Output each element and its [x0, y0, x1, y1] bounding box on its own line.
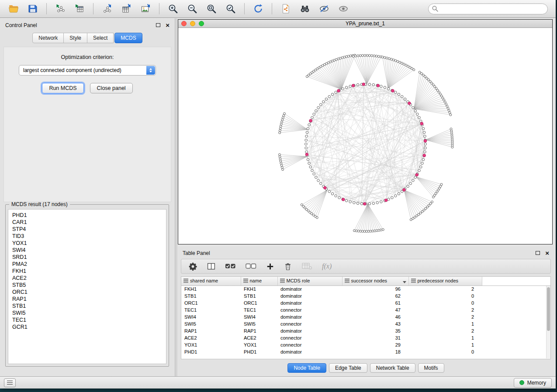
export-document-button[interactable] — [277, 1, 295, 16]
network-node[interactable] — [308, 162, 311, 165]
network-node[interactable] — [442, 97, 444, 99]
network-node[interactable] — [306, 131, 308, 134]
network-node[interactable] — [409, 182, 412, 185]
network-node[interactable] — [363, 230, 366, 232]
network-hub-node[interactable] — [423, 154, 426, 157]
mcds-result-item[interactable]: GCR1 — [8, 323, 166, 330]
mcds-result-item[interactable]: RAP1 — [8, 296, 166, 303]
network-node[interactable] — [381, 56, 384, 58]
network-node[interactable] — [394, 91, 397, 94]
mcds-result-item[interactable]: SRD1 — [8, 254, 166, 261]
table-row[interactable]: ACE2ACE2connector311 — [181, 334, 550, 341]
network-node[interactable] — [424, 135, 426, 138]
network-node[interactable] — [372, 202, 375, 205]
network-node[interactable] — [280, 121, 283, 123]
network-hub-node[interactable] — [377, 84, 380, 87]
network-node[interactable] — [377, 55, 380, 58]
network-node[interactable] — [359, 55, 361, 57]
network-node[interactable] — [418, 117, 421, 119]
network-node[interactable] — [341, 57, 343, 59]
network-node[interactable] — [328, 190, 331, 193]
network-canvas[interactable] — [178, 28, 552, 244]
network-node[interactable] — [352, 55, 354, 57]
zoom-selected-button[interactable] — [221, 1, 240, 16]
toggle-graphics-details-button[interactable] — [315, 1, 333, 16]
network-node[interactable] — [282, 168, 284, 171]
unselect-all-columns-button[interactable] — [246, 262, 257, 271]
network-node[interactable] — [315, 176, 318, 179]
network-hub-node[interactable] — [420, 122, 423, 125]
network-node[interactable] — [316, 217, 318, 219]
zoom-out-button[interactable] — [183, 1, 201, 16]
network-node[interactable] — [414, 176, 417, 179]
mcds-result-item[interactable]: STP4 — [8, 226, 166, 233]
column-header-shared-name[interactable]: shared name — [181, 277, 241, 285]
network-node[interactable] — [444, 101, 446, 103]
delete-columns-button[interactable] — [284, 262, 292, 271]
mcds-result-item[interactable]: PHD1 — [8, 212, 166, 219]
network-node[interactable] — [401, 62, 403, 64]
network-node[interactable] — [431, 201, 433, 203]
tab-node-table[interactable]: Node Table — [287, 363, 326, 373]
network-node[interactable] — [355, 55, 357, 57]
network-node[interactable] — [349, 85, 352, 88]
float-table-panel-icon[interactable] — [536, 251, 540, 255]
network-node[interactable] — [380, 201, 383, 203]
network-node[interactable] — [278, 154, 280, 156]
network-node[interactable] — [355, 230, 357, 232]
close-panel-button[interactable]: Close panel — [90, 83, 133, 93]
network-node[interactable] — [279, 127, 281, 130]
mcds-result-item[interactable]: ORC1 — [8, 289, 166, 296]
network-node[interactable] — [305, 147, 308, 149]
mcds-result-item[interactable]: FKH1 — [8, 268, 166, 275]
network-node[interactable] — [345, 199, 348, 202]
network-node[interactable] — [305, 143, 308, 145]
table-row[interactable]: SWI5SWI5connector431 — [181, 320, 550, 327]
close-panel-icon[interactable]: × — [166, 22, 170, 28]
network-node[interactable] — [353, 202, 356, 204]
network-node[interactable] — [384, 86, 386, 89]
network-node[interactable] — [319, 182, 322, 185]
network-hub-node[interactable] — [403, 189, 406, 192]
network-node[interactable] — [281, 166, 283, 168]
network-node[interactable] — [284, 113, 286, 115]
network-node[interactable] — [374, 230, 376, 232]
network-node[interactable] — [372, 230, 374, 232]
network-node[interactable] — [305, 139, 308, 141]
table-row[interactable]: PHD1PHD1dominator180 — [181, 348, 550, 355]
mcds-result-item[interactable]: TID3 — [8, 233, 166, 240]
create-column-button[interactable] — [266, 262, 274, 271]
network-node[interactable] — [386, 57, 388, 59]
network-node[interactable] — [422, 158, 425, 161]
save-session-button[interactable] — [24, 1, 42, 16]
network-node[interactable] — [353, 230, 355, 232]
network-node[interactable] — [360, 203, 363, 205]
network-node[interactable] — [279, 156, 281, 158]
network-node[interactable] — [356, 202, 359, 205]
memory-button[interactable]: Memory — [514, 378, 552, 388]
network-node[interactable] — [445, 103, 447, 105]
network-node[interactable] — [424, 151, 426, 153]
table-scrollbar-thumb[interactable] — [547, 287, 550, 331]
network-node[interactable] — [397, 60, 399, 62]
network-node[interactable] — [364, 55, 366, 57]
tab-network-table[interactable]: Network Table — [370, 363, 415, 373]
table-row[interactable]: ORC1ORC1dominator610 — [181, 299, 550, 306]
network-node[interactable] — [366, 55, 368, 57]
mcds-result-list[interactable]: PHD1CAR1STP4TID3YOX1SWI4SRD1PMA2FKH1ACE2… — [8, 209, 166, 364]
network-node[interactable] — [388, 58, 390, 60]
window-maximize-icon[interactable] — [199, 21, 204, 26]
network-node[interactable] — [371, 55, 373, 57]
network-node[interactable] — [349, 55, 352, 57]
network-node[interactable] — [279, 130, 281, 132]
network-node[interactable] — [308, 124, 311, 126]
network-node[interactable] — [391, 196, 394, 199]
table-row[interactable]: STB1STB1dominator620 — [181, 292, 550, 299]
network-hub-node[interactable] — [391, 89, 394, 93]
network-node[interactable] — [325, 98, 328, 100]
network-node[interactable] — [450, 113, 452, 116]
network-node[interactable] — [280, 123, 282, 125]
network-node[interactable] — [390, 58, 392, 60]
network-node[interactable] — [305, 151, 308, 153]
network-node[interactable] — [335, 91, 337, 94]
